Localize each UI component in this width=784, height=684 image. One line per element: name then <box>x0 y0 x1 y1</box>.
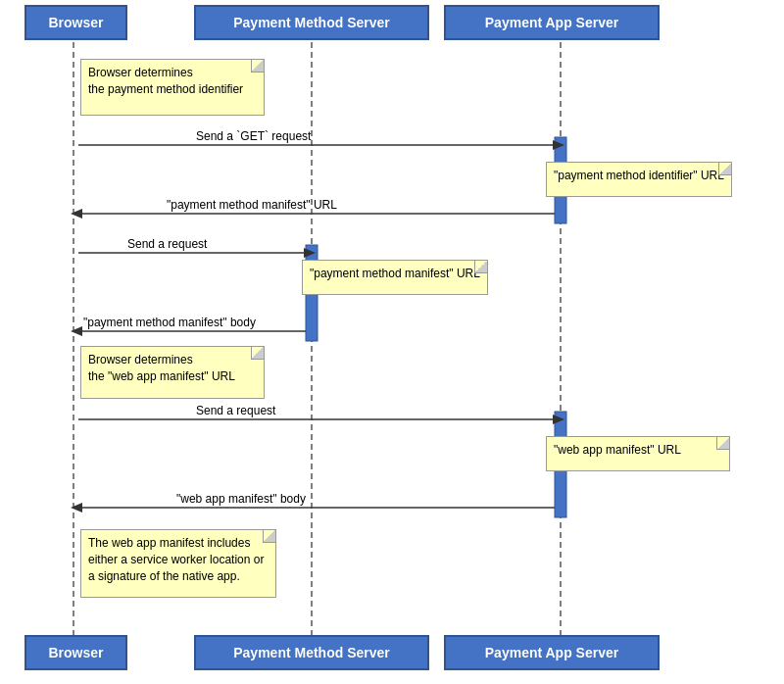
svg-marker-13 <box>71 326 82 336</box>
arrow4-label: "payment method manifest" body <box>83 316 256 329</box>
svg-marker-11 <box>304 248 316 258</box>
svg-marker-15 <box>553 415 564 424</box>
svg-marker-17 <box>71 503 82 513</box>
browser-actor-top: Browser <box>24 5 127 40</box>
arrow3-label: Send a request <box>127 237 207 251</box>
note-browser-determines-payment-method: Browser determinesthe payment method ide… <box>80 59 265 116</box>
note-web-app-manifest-includes: The web app manifest includeseither a se… <box>80 529 276 598</box>
payment-method-server-actor-top: Payment Method Server <box>194 5 429 40</box>
note-payment-method-identifier-url: "payment method identifier" URL <box>546 162 732 197</box>
note-web-app-manifest-url: "web app manifest" URL <box>546 436 730 471</box>
svg-marker-7 <box>553 140 564 150</box>
sequence-diagram: Browser Payment Method Server Payment Ap… <box>0 0 784 684</box>
arrow2-label: "payment method manifest" URL <box>167 198 337 212</box>
browser-actor-bottom: Browser <box>24 635 127 670</box>
payment-app-server-actor-bottom: Payment App Server <box>444 635 660 670</box>
payment-method-server-actor-bottom: Payment Method Server <box>194 635 429 670</box>
payment-app-server-actor-top: Payment App Server <box>444 5 660 40</box>
arrow1-label: Send a `GET` request <box>196 129 311 143</box>
note-payment-method-manifest-url: "payment method manifest" URL <box>302 260 488 295</box>
note-browser-determines-web-app-manifest: Browser determinesthe "web app manifest"… <box>80 346 265 399</box>
arrow5-label: Send a request <box>196 404 275 417</box>
arrow6-label: "web app manifest" body <box>176 492 306 506</box>
svg-marker-9 <box>71 209 82 219</box>
